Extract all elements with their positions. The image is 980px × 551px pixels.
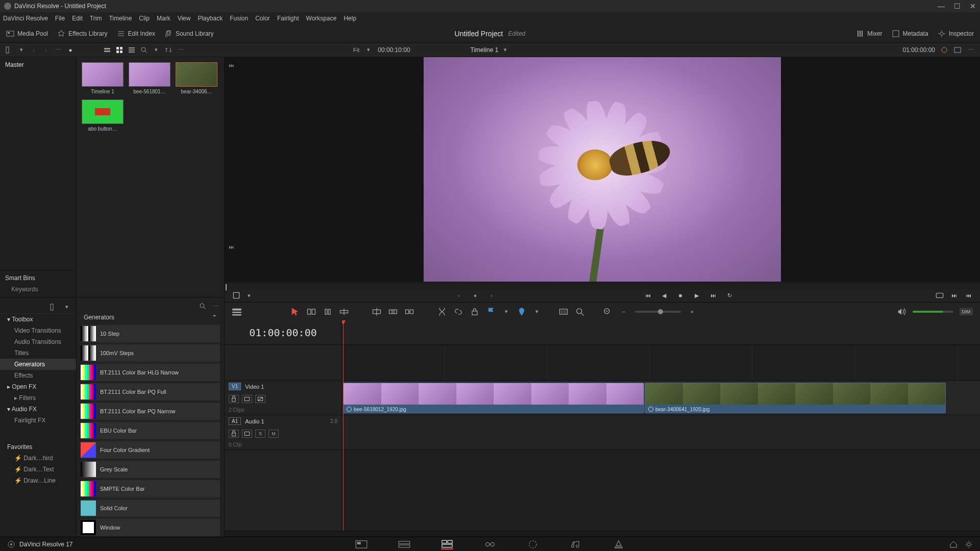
generator-item[interactable]: 100mV Steps	[81, 344, 220, 362]
match-frame-icon[interactable]	[935, 291, 944, 300]
minimize-button[interactable]: —	[938, 2, 945, 10]
search-icon[interactable]	[140, 46, 148, 54]
fx-cat-generators[interactable]: Generators	[0, 359, 76, 370]
blade-tool-icon[interactable]	[339, 307, 349, 317]
sound-library-tab[interactable]: Sound Library	[164, 30, 214, 38]
menu-timeline[interactable]: Timeline	[109, 15, 132, 22]
nav-fwd-icon[interactable]: ›	[42, 46, 50, 54]
fx-cat-effects[interactable]: Effects	[0, 370, 76, 381]
loop-button[interactable]: ↻	[725, 291, 734, 300]
transform-overlay-icon[interactable]	[232, 291, 241, 300]
generator-item[interactable]: Four Color Gradient	[81, 441, 220, 459]
more-icon[interactable]: ⋯	[177, 46, 185, 54]
zoom-minus-icon[interactable]: −	[619, 307, 629, 317]
link-icon[interactable]	[453, 307, 463, 317]
generator-item[interactable]: EBU Color Bar	[81, 422, 220, 439]
caption-icon[interactable]: CC	[558, 307, 569, 317]
lock-icon[interactable]	[470, 307, 480, 317]
fx-fav-item[interactable]: ⚡ Dark…Text	[0, 464, 76, 475]
lock-icon[interactable]	[229, 395, 239, 403]
maximize-button[interactable]: ☐	[954, 2, 961, 10]
record-icon[interactable]: ●	[66, 46, 75, 54]
v1-badge[interactable]: V1	[229, 383, 241, 390]
single-viewer-icon[interactable]	[953, 46, 962, 54]
generator-item[interactable]: Grey Scale	[81, 461, 220, 478]
menu-clip[interactable]: Clip	[139, 15, 150, 22]
auto-select-icon[interactable]	[242, 395, 252, 403]
video-track-header[interactable]: V1Video 1 2 Clips	[225, 381, 341, 415]
search-icon[interactable]	[199, 302, 207, 310]
chevron-down-icon[interactable]: ▾	[17, 46, 26, 54]
thumb-view-icon[interactable]	[115, 46, 124, 54]
replace-clip-icon[interactable]	[404, 307, 414, 317]
clip-bear[interactable]: bear-3400641_1920.jpg	[645, 383, 946, 413]
solo-button[interactable]: S	[255, 430, 265, 438]
fairlight-page-icon[interactable]	[570, 539, 582, 549]
fx-cat-video-transitions[interactable]: Video Transitions	[0, 325, 76, 336]
menu-fusion[interactable]: Fusion	[230, 15, 248, 22]
metadata-tab[interactable]: Metadata	[892, 30, 928, 38]
media-pool-tab[interactable]: Media Pool	[6, 30, 48, 38]
menu-playback[interactable]: Playback	[198, 15, 223, 22]
timeline-ruler[interactable]	[342, 320, 980, 345]
fx-cat-titles[interactable]: Titles	[0, 347, 76, 359]
timeline-tracks[interactable]: bee-5618012_1920.jpg bear-3400641_1920.j…	[342, 320, 980, 531]
skip-first-icon[interactable]: ⏭	[229, 62, 236, 69]
fx-cat-fairlightfx[interactable]: Fairlight FX	[0, 415, 76, 426]
chevron-down-icon[interactable]: ▾	[63, 303, 71, 311]
mute-button[interactable]: M	[268, 430, 279, 438]
auto-select-icon[interactable]	[242, 430, 252, 438]
menu-workspace[interactable]: Workspace	[306, 15, 337, 22]
clip-thumb[interactable]: abo button…	[82, 99, 124, 132]
home-icon[interactable]	[949, 540, 958, 548]
generator-item[interactable]: Solid Color	[81, 499, 220, 517]
close-button[interactable]: ✕	[970, 2, 976, 10]
volume-icon[interactable]	[896, 307, 906, 317]
generator-item[interactable]: SMPTE Color Bar	[81, 480, 220, 497]
timeline-scrollbar[interactable]	[225, 531, 980, 537]
mixer-tab[interactable]: Mixer	[856, 30, 882, 38]
clip-bee[interactable]: bee-5618012_1920.jpg	[343, 383, 644, 413]
fx-cat-toolbox[interactable]: ▾ Toolbox	[0, 314, 76, 325]
step-back-button[interactable]: ◀	[659, 291, 669, 300]
fx-favorites-header[interactable]: Favorites	[0, 441, 76, 453]
menu-color[interactable]: Color	[255, 15, 270, 22]
chevron-down-icon[interactable]: ▾	[245, 291, 253, 299]
flag-icon[interactable]	[486, 307, 496, 317]
generator-item[interactable]: BT.2111 Color Bar PQ Narrow	[81, 403, 220, 420]
audio-track-header[interactable]: A1Audio 12.0 S M 0 Clip	[225, 415, 341, 450]
play-button[interactable]: ▶	[692, 291, 701, 300]
edit-index-tab[interactable]: Edit Index	[117, 30, 155, 38]
disable-video-icon[interactable]	[255, 395, 265, 403]
generator-item[interactable]: BT.2111 Color Bar PQ Full	[81, 383, 220, 400]
bin-view-icon[interactable]	[5, 46, 13, 54]
go-out-icon[interactable]: ⏮	[964, 291, 973, 300]
more-icon[interactable]: ⋯	[212, 302, 220, 310]
fx-fav-item[interactable]: ⚡ Draw…Line	[0, 475, 76, 486]
fit-dropdown[interactable]: Fit	[353, 47, 359, 53]
loop-icon[interactable]	[940, 46, 948, 54]
stop-button[interactable]: ■	[676, 291, 685, 300]
clip-thumb[interactable]: bee-561801…	[129, 62, 170, 94]
viewer-scrubber[interactable]	[225, 282, 980, 289]
source-timecode[interactable]: 00:00:10:00	[378, 46, 410, 54]
insert-clip-icon[interactable]	[372, 307, 382, 317]
fx-panel-icon[interactable]	[50, 303, 58, 311]
dim-badge[interactable]: DIM	[960, 308, 973, 315]
menu-file[interactable]: File	[55, 15, 65, 22]
inspector-tab[interactable]: Inspector	[938, 30, 974, 38]
master-bin[interactable]: Master	[5, 61, 71, 68]
menu-edit[interactable]: Edit	[72, 15, 83, 22]
generator-item[interactable]: Window	[81, 519, 220, 536]
marker-icon[interactable]	[517, 307, 527, 317]
timeline-name[interactable]: Timeline 1	[471, 46, 499, 54]
zoom-slider[interactable]	[635, 311, 681, 313]
nav-back-icon[interactable]: ‹	[30, 46, 38, 54]
menu-mark[interactable]: Mark	[157, 15, 170, 22]
playhead[interactable]	[343, 320, 344, 531]
timeline-view-options-icon[interactable]	[232, 307, 242, 317]
sort-icon[interactable]	[164, 46, 173, 54]
go-in-icon[interactable]: ⏭	[949, 291, 959, 300]
go-end-button[interactable]: ⏭	[708, 291, 718, 300]
collapse-icon[interactable]: ⌃	[212, 314, 217, 321]
